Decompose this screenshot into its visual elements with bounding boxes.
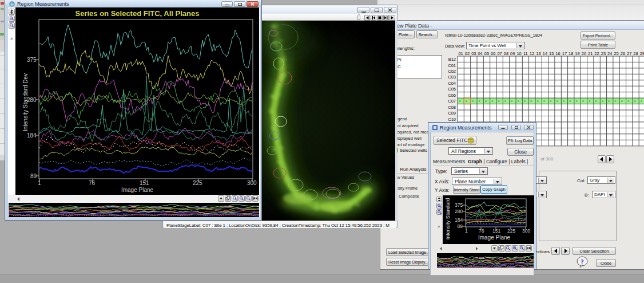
svg-text:21: 21 bbox=[588, 51, 593, 56]
svg-text:24: 24 bbox=[607, 51, 612, 56]
svg-text:03: 03 bbox=[471, 51, 476, 56]
svg-text:08: 08 bbox=[504, 51, 508, 56]
svg-text:M: M bbox=[11, 2, 14, 6]
svg-text:B12: B12 bbox=[448, 57, 456, 62]
svg-text:09: 09 bbox=[510, 51, 515, 56]
svg-text:20: 20 bbox=[582, 51, 586, 56]
svg-text:C09: C09 bbox=[448, 111, 456, 116]
svg-text:C04: C04 bbox=[448, 81, 456, 86]
svg-text:C10: C10 bbox=[448, 117, 456, 122]
svg-text:02: 02 bbox=[465, 51, 470, 56]
svg-text:C01: C01 bbox=[448, 63, 456, 68]
svg-text:28: 28 bbox=[633, 51, 638, 56]
svg-text:26: 26 bbox=[621, 51, 625, 56]
svg-text:25: 25 bbox=[614, 51, 618, 56]
svg-text:15: 15 bbox=[549, 51, 554, 56]
svg-text:27: 27 bbox=[627, 51, 631, 56]
svg-text:10: 10 bbox=[516, 51, 521, 56]
svg-text:C03: C03 bbox=[448, 74, 456, 80]
svg-text:07: 07 bbox=[497, 51, 502, 56]
svg-text:18: 18 bbox=[569, 51, 573, 56]
svg-text:01: 01 bbox=[458, 51, 463, 56]
svg-text:19: 19 bbox=[575, 51, 579, 56]
svg-text:C05: C05 bbox=[448, 87, 456, 92]
svg-text:06: 06 bbox=[491, 51, 495, 56]
svg-text:?: ? bbox=[581, 258, 584, 265]
svg-text:23: 23 bbox=[601, 51, 606, 56]
svg-text:14: 14 bbox=[543, 51, 547, 56]
svg-text:29: 29 bbox=[640, 51, 644, 56]
svg-text:17: 17 bbox=[562, 51, 567, 56]
svg-text:04: 04 bbox=[478, 51, 482, 56]
svg-text:05: 05 bbox=[484, 51, 489, 56]
svg-text:C02: C02 bbox=[448, 69, 456, 74]
svg-text:C08: C08 bbox=[448, 105, 456, 110]
svg-text:22: 22 bbox=[594, 51, 599, 56]
svg-text:11: 11 bbox=[523, 51, 528, 56]
svg-text:12: 12 bbox=[530, 51, 534, 56]
svg-text:C07: C07 bbox=[448, 99, 456, 104]
svg-text:13: 13 bbox=[536, 51, 540, 56]
svg-text:16: 16 bbox=[555, 51, 560, 56]
svg-text:C06: C06 bbox=[448, 93, 456, 98]
